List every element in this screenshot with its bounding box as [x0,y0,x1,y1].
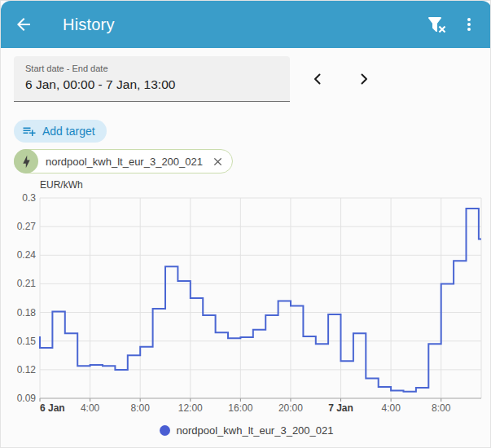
x-tick-label: 20:00 [278,402,303,414]
x-tick-label: 6 Jan [40,402,65,414]
playlist-plus-icon [22,124,37,138]
y-tick-label: 0.09 [17,393,37,404]
close-icon [213,156,223,167]
y-tick-label: 0.15 [17,336,37,347]
back-button[interactable] [7,8,40,41]
legend-series-dot [160,425,170,436]
x-tick-label: 12:00 [178,402,203,414]
x-tick-label: 16:00 [228,402,252,414]
app-header: History [1,1,491,48]
y-tick-label: 0.27 [17,221,37,232]
dots-vertical-icon [459,15,479,34]
page-title: History [63,15,115,34]
chevron-right-icon [354,69,374,89]
chart-legend-item[interactable]: nordpool_kwh_lt_eur_3_200_021 [1,419,491,441]
entity-chip-label: nordpool_kwh_lt_eur_3_200_021 [46,156,203,168]
history-panel: History Start date - End date 6 Jan, 00:… [0,0,491,448]
entity-avatar [14,149,38,173]
next-period-button[interactable] [348,63,380,95]
y-tick-label: 0.24 [17,249,37,261]
flash-icon [20,155,33,169]
entity-chip[interactable]: nordpool_kwh_lt_eur_3_200_021 [14,149,233,173]
history-chart[interactable]: EUR/kWh0.30.270.240.210.180.150.120.096 … [1,178,491,418]
y-tick-label: 0.18 [17,307,37,318]
remove-entity-button[interactable] [211,155,224,168]
y-tick-label: 0.12 [17,364,37,376]
y-tick-label: 0.3 [22,192,36,204]
overflow-menu-button[interactable] [453,8,485,41]
x-tick-label: 4:00 [81,402,100,414]
date-range-row: Start date - End date 6 Jan, 00:00 - 7 J… [1,48,491,103]
add-target-label: Add target [42,125,95,138]
x-tick-label: 8:00 [131,402,151,414]
history-chart-canvas[interactable]: EUR/kWh0.30.270.240.210.180.150.120.096 … [1,178,491,418]
remove-filter-button[interactable] [420,8,453,41]
date-range-value: 6 Jan, 00:00 - 7 Jan, 13:00 [25,77,290,92]
price-step-line [40,209,481,392]
chevron-left-icon [308,69,327,89]
x-tick-label: 8:00 [432,402,451,414]
y-tick-label: 0.21 [17,278,37,289]
add-target-button[interactable]: Add target [14,120,107,143]
legend-series-label: nordpool_kwh_lt_eur_3_200_021 [177,424,334,437]
filter-remove-icon [427,15,446,34]
x-tick-label: 4:00 [381,402,401,414]
arrow-left-icon [14,15,33,34]
previous-period-button[interactable] [301,63,334,95]
x-tick-label: 7 Jan [328,402,353,414]
y-axis-unit-label: EUR/kWh [40,179,83,191]
date-range-picker[interactable]: Start date - End date 6 Jan, 00:00 - 7 J… [14,56,290,102]
date-range-label: Start date - End date [25,64,290,73]
